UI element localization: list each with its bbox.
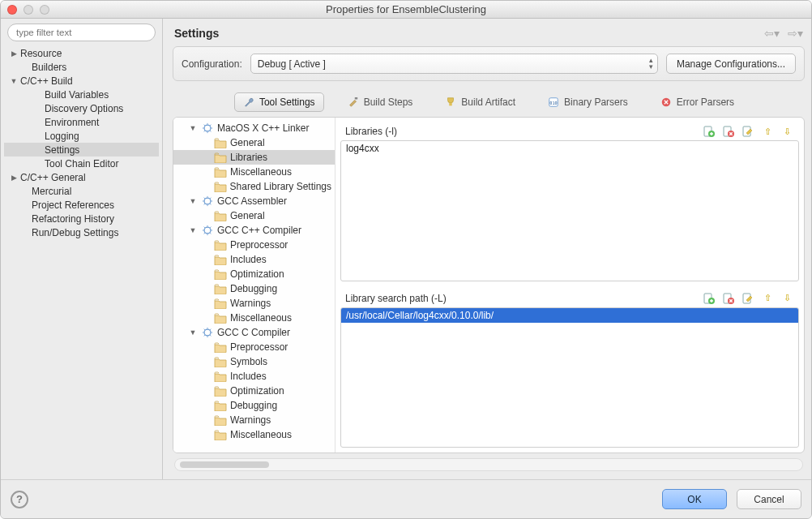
svg-rect-1 [450,103,453,106]
tool-tree-item[interactable]: Warnings [173,296,335,311]
tool-tree-item[interactable]: ▼GCC C Compiler [173,325,335,340]
sidebar-item-label: Project References [30,199,114,211]
tool-tree-item[interactable]: Includes [173,252,335,267]
caret-icon: ▼ [188,197,198,205]
close-window-button[interactable] [7,5,17,15]
sidebar-item[interactable]: Discovery Options [4,101,159,115]
tool-tree-label: Optimization [230,268,284,280]
add-path-button[interactable] [702,291,716,306]
settings-tabs: Tool SettingsBuild StepsBuild Artifact01… [173,92,805,112]
folder-icon-wrap [214,283,227,294]
tool-tree-item[interactable]: General [173,135,335,150]
tool-icon [202,327,213,338]
tool-tree-label: Miscellaneous [230,429,292,440]
sidebar-item[interactable]: Refactoring History [4,212,159,225]
tab-tool-settings[interactable]: Tool Settings [234,92,324,112]
sidebar-item[interactable]: Build Variables [4,88,159,101]
remove-path-button[interactable] [721,291,736,306]
sidebar-item[interactable]: Environment [4,115,159,129]
sidebar-item-label: Mercurial [30,186,71,197]
tool-tree-label: Preprocessor [230,341,288,353]
manage-configurations-button[interactable]: Manage Configurations... [666,54,796,74]
tool-tree-item[interactable]: Miscellaneous [173,311,335,325]
move-library-down-button[interactable]: ⇩ [780,124,794,139]
tool-tree-item[interactable]: ▼GCC Assembler [173,194,335,208]
tool-tree-item[interactable]: ▼GCC C++ Compiler [173,223,335,238]
sidebar-item[interactable]: Project References [4,198,159,212]
sidebar-item-label: Tool Chain Editor [43,158,118,169]
add-library-button[interactable] [702,124,716,139]
help-button[interactable]: ? [11,491,28,508]
folder-icon-wrap [214,181,227,192]
sidebar-item[interactable]: Run/Debug Settings [4,225,159,239]
list-item[interactable]: /usr/local/Cellar/log4cxx/0.10.0/lib/ [341,308,798,323]
configuration-row: Configuration: Debug [ Active ] ▴▾ Manag… [173,46,805,81]
tool-tree-item[interactable]: Miscellaneous [173,427,335,442]
filter-input[interactable] [7,24,156,41]
tool-tree-item[interactable]: Shared Library Settings [173,179,335,194]
libraries-title: Libraries (-l) [345,126,397,137]
tool-tree-label: Miscellaneous [230,312,292,324]
tool-tree-item[interactable]: Libraries [173,150,335,165]
folder-icon [214,313,227,324]
folder-icon-wrap [214,385,227,397]
forward-icon[interactable]: ⇨▾ [788,27,803,40]
tool-tree-item[interactable]: Debugging [173,281,335,296]
tab-build-artifact[interactable]: Build Artifact [436,92,524,112]
folder-icon [214,430,227,440]
tool-tree-item[interactable]: Optimization [173,267,335,281]
tool-tree-item[interactable]: Miscellaneous [173,165,335,179]
sidebar-item[interactable]: ▶C/C++ General [4,170,159,184]
tool-icon-wrap [201,327,214,338]
tool-tree-item[interactable]: ▼MacOS X C++ Linker [173,121,335,135]
zoom-window-button[interactable] [40,5,49,15]
sidebar-item[interactable]: ▶Resource [4,46,159,60]
configuration-combo[interactable]: Debug [ Active ] ▴▾ [250,54,658,74]
scrollbar-thumb[interactable] [180,461,269,468]
sidebar-item-label: C/C++ General [19,172,86,183]
svg-line-13 [210,125,211,126]
edit-page-icon [741,125,754,138]
tab-build-steps[interactable]: Build Steps [339,92,422,112]
libraries-list[interactable]: log4cxx [340,140,799,281]
folder-icon [214,415,227,426]
tool-tree-item[interactable]: Debugging [173,398,335,413]
folder-icon-wrap [214,210,227,221]
sidebar-item[interactable]: Mercurial [4,184,159,198]
remove-library-button[interactable] [721,124,736,139]
tool-tree-item[interactable]: Warnings [173,413,335,427]
folder-icon-wrap [214,400,227,411]
horizontal-scrollbar[interactable] [174,458,803,471]
tool-icon-wrap [201,195,214,207]
tab-error-parsers[interactable]: Error Parsers [652,92,743,112]
list-item[interactable]: log4cxx [341,141,798,156]
edit-library-button[interactable] [741,124,755,139]
sidebar-item[interactable]: ▼C/C++ Build [4,74,159,88]
edit-path-button[interactable] [741,291,755,306]
sidebar-item[interactable]: Logging [4,129,159,143]
tab-binary-parsers[interactable]: 010Binary Parsers [539,92,637,112]
move-library-up-button[interactable]: ⇧ [760,124,775,139]
back-icon[interactable]: ⇦▾ [764,27,780,40]
sidebar-item[interactable]: Tool Chain Editor [4,157,159,170]
tool-tree-item[interactable]: General [173,208,335,223]
delete-page-icon [722,125,735,138]
tab-label: Error Parsers [677,97,734,108]
tool-tree-item[interactable]: Preprocessor [173,238,335,252]
tool-tree-item[interactable]: Includes [173,369,335,384]
nav-icons: ⇦▾ ⇨▾ [764,27,803,40]
sidebar-item[interactable]: Settings [4,143,159,157]
move-path-down-button[interactable]: ⇩ [780,291,794,306]
sidebar-item[interactable]: Builders [4,60,159,74]
tool-tree-item[interactable]: Preprocessor [173,340,335,354]
cancel-button[interactable]: Cancel [737,489,801,509]
tool-tree-item[interactable]: Symbols [173,354,335,369]
library-paths-list[interactable]: /usr/local/Cellar/log4cxx/0.10.0/lib/ [340,307,799,448]
svg-line-31 [210,227,211,228]
move-path-up-button[interactable]: ⇧ [760,291,775,306]
ok-button[interactable]: OK [662,489,727,509]
svg-point-23 [204,227,211,234]
minimize-window-button[interactable] [24,5,33,15]
tool-tree-item[interactable]: Optimization [173,384,335,398]
sidebar-item-label: Builders [30,62,66,73]
